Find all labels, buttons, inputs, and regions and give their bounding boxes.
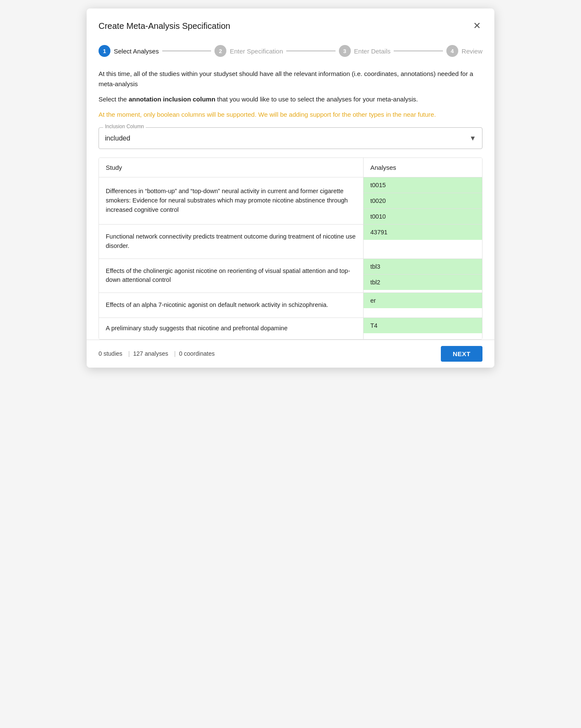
next-button[interactable]: NEXT: [441, 346, 482, 362]
warning-text: At the moment, only boolean columns will…: [99, 110, 482, 120]
step-2-circle: 2: [214, 45, 226, 57]
step-4-circle: 4: [446, 45, 458, 57]
study-title: Effects of the cholinergic agonist nicot…: [99, 259, 363, 293]
analyses-table: Study Analyses Differences in “bottom-up…: [99, 157, 482, 340]
analysis-tag: 43791: [364, 225, 482, 240]
footer-stats: 0 studies | 127 analyses | 0 coordinates: [99, 350, 216, 357]
separator-2: |: [174, 350, 176, 357]
step-3-circle: 3: [339, 45, 351, 57]
stepper: 1 Select Analyses 2 Enter Specification …: [87, 40, 494, 65]
analyses-cell: tbl3 tbl2: [363, 259, 482, 293]
analyses-count: 127 analyses: [133, 350, 168, 357]
step-4: 4 Review: [446, 45, 482, 57]
analysis-tag: t0015: [364, 177, 482, 193]
step-1: 1 Select Analyses: [99, 45, 159, 57]
separator-1: |: [128, 350, 130, 357]
analysis-tag: t0010: [364, 209, 482, 224]
study-title: A preliminary study suggests that nicoti…: [99, 318, 363, 339]
annotation-bold: annotation inclusion column: [129, 96, 215, 103]
analysis-tag: t0020: [364, 193, 482, 209]
modal-header: Create Meta-Analysis Specification ✕: [87, 8, 494, 40]
table-body: Differences in “bottom-up” and “top-down…: [99, 177, 482, 339]
analyses-cell: er: [363, 293, 482, 318]
coordinates-count: 0 coordinates: [179, 350, 214, 357]
inclusion-column-field: Inclusion Column included ▼: [99, 127, 482, 149]
study-title: Functional network connectivity predicts…: [99, 225, 363, 259]
step-connector-3: [394, 51, 443, 51]
step-4-label: Review: [462, 48, 482, 55]
modal-title: Create Meta-Analysis Specification: [99, 21, 230, 31]
col-study-header: Study: [99, 158, 363, 177]
analyses-cell: 43791: [363, 225, 482, 259]
step-3-label: Enter Details: [354, 48, 391, 55]
analyses-cell: t0015 t0020 t0010: [363, 177, 482, 224]
step-1-label: Select Analyses: [114, 48, 159, 55]
inclusion-column-select[interactable]: included: [99, 128, 482, 149]
table-row: A preliminary study suggests that nicoti…: [99, 318, 482, 339]
close-button[interactable]: ✕: [471, 19, 482, 33]
info-paragraph: At this time, all of the studies within …: [99, 69, 482, 89]
studies-count: 0 studies: [99, 350, 122, 357]
inclusion-column-label: Inclusion Column: [103, 124, 146, 129]
info-annotation: Select the annotation inclusion column t…: [99, 94, 482, 104]
study-title: Effects of an alpha 7-nicotinic agonist …: [99, 293, 363, 318]
modal: Create Meta-Analysis Specification ✕ 1 S…: [87, 8, 494, 368]
table-row: Differences in “bottom-up” and “top-down…: [99, 177, 482, 225]
step-connector-2: [286, 51, 335, 51]
step-2-label: Enter Specification: [230, 48, 283, 55]
step-2: 2 Enter Specification: [214, 45, 283, 57]
study-title: Differences in “bottom-up” and “top-down…: [99, 177, 363, 224]
table-row: Functional network connectivity predicts…: [99, 225, 482, 259]
step-3: 3 Enter Details: [339, 45, 391, 57]
analysis-tag: T4: [364, 318, 482, 333]
analyses-cell: T4: [363, 318, 482, 339]
modal-body: At this time, all of the studies within …: [87, 65, 494, 340]
table-row: Effects of an alpha 7-nicotinic agonist …: [99, 293, 482, 318]
step-1-circle: 1: [99, 45, 110, 57]
step-connector-1: [162, 51, 211, 51]
table-header: Study Analyses: [99, 158, 482, 177]
analysis-tag: tbl2: [364, 275, 482, 290]
modal-footer: 0 studies | 127 analyses | 0 coordinates…: [87, 340, 494, 368]
analysis-tag: tbl3: [364, 259, 482, 275]
col-analyses-header: Analyses: [363, 158, 482, 177]
analysis-tag: er: [364, 293, 482, 308]
table-row: Effects of the cholinergic agonist nicot…: [99, 259, 482, 293]
